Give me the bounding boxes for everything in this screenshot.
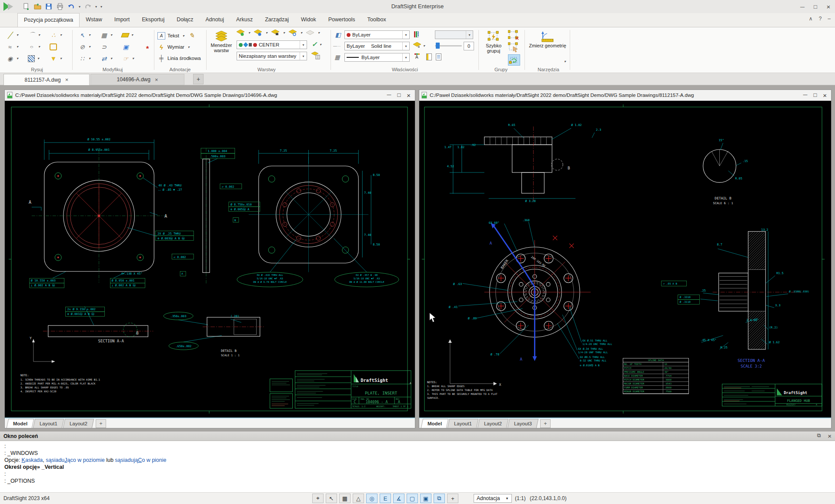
child-maximize-button[interactable] <box>813 92 817 99</box>
slider-knob[interactable] <box>436 43 440 49</box>
sheet-tab-layout1[interactable]: Layout1 <box>448 419 478 428</box>
circle-tool-dropdown[interactable] <box>15 56 20 60</box>
status-toggle-entity-track[interactable]: E <box>380 494 391 503</box>
command-window-header[interactable]: Okno poleceń <box>0 431 835 441</box>
sheet-tab-model[interactable]: Model <box>7 419 34 428</box>
child-close-button[interactable] <box>407 92 411 99</box>
erase-tool-icon[interactable] <box>121 33 130 37</box>
apply-check-icon[interactable] <box>311 40 318 48</box>
layer-freeze-icon[interactable] <box>254 30 262 36</box>
lineweight-layer-icon[interactable] <box>413 42 421 49</box>
tab-eksportuj[interactable]: Eksportuj <box>136 13 170 27</box>
tab-pozycja-poczatkowa[interactable]: Pozycja początkowa <box>17 13 80 27</box>
spline-tool-icon[interactable] <box>6 43 14 51</box>
ellipse-tool-dropdown[interactable] <box>37 45 41 49</box>
status-toggle-customize-toggles[interactable]: + <box>447 494 458 503</box>
status-toggle-entity-snaps[interactable]: ◎ <box>366 494 377 503</box>
tab-import[interactable]: Import <box>108 13 136 27</box>
linestyle-combo[interactable]: ByLayer Solid line <box>344 42 410 50</box>
lineweight-combo[interactable]: ByLayer <box>344 53 410 62</box>
active-layer-combo[interactable]: CENTER <box>237 40 307 49</box>
tab-toolbox[interactable]: Toolbox <box>361 13 392 27</box>
push-tool-dropdown[interactable] <box>131 56 135 60</box>
layer-unisolate-dropdown[interactable] <box>317 31 321 35</box>
measure-geometry-button[interactable]: Zmierz geometrię <box>529 31 566 48</box>
doc-tab-8112157[interactable]: 8112157-A.dwg <box>3 74 90 85</box>
apply-check-dropdown[interactable] <box>318 43 323 46</box>
trim-tool-dropdown[interactable] <box>87 45 92 49</box>
text-tool-label[interactable]: Tekst <box>167 33 179 38</box>
point-tool-icon[interactable] <box>50 31 57 39</box>
new-document-tab-button[interactable] <box>193 74 204 84</box>
sheet-tab-layout3[interactable]: Layout3 <box>508 419 538 428</box>
layer-states-manager-icon[interactable] <box>311 52 320 60</box>
edit-group-icon[interactable] <box>508 42 519 53</box>
transparency-slider[interactable] <box>435 42 462 50</box>
layer-isolate-dropdown[interactable] <box>299 31 304 35</box>
offset-tool-icon[interactable] <box>100 43 108 51</box>
arc-tool-icon[interactable] <box>28 31 36 39</box>
layer-isolate-icon[interactable] <box>289 30 297 36</box>
layer-freeze-dropdown[interactable] <box>264 31 269 35</box>
tab-widok[interactable]: Widok <box>295 13 322 27</box>
child-minimize-button[interactable] <box>387 92 391 99</box>
layer-on-icon[interactable] <box>237 30 244 36</box>
child-maximize-button[interactable] <box>397 92 401 99</box>
hatch-tool-dropdown[interactable] <box>36 56 40 60</box>
drawing-window-104696[interactable]: C:/Paweł Dziasek/solidworks materiały/Dr… <box>4 90 415 428</box>
doc-tab-104696[interactable]: 104696-A.dwg <box>90 74 184 85</box>
ribbon-collapse-icon[interactable] <box>809 16 813 22</box>
transparency-value[interactable]: 0 <box>464 42 474 50</box>
push-tool-icon[interactable] <box>122 55 130 63</box>
text-tool-dropdown[interactable] <box>181 34 186 38</box>
stretch-tool-icon[interactable] <box>100 55 108 63</box>
point-tool-dropdown[interactable] <box>59 33 63 37</box>
properties-painter-icon[interactable] <box>426 53 432 60</box>
linestyle-dropdown[interactable] <box>402 42 409 50</box>
doc-tab-close-icon[interactable] <box>155 76 158 83</box>
dimension-tool-label[interactable]: Wymiar <box>167 44 184 50</box>
centerline-tool-icon[interactable] <box>157 54 165 62</box>
command-history[interactable]: :: _WINDOWSOpcje: Kaskada, sąsiaduJąco w… <box>0 441 835 493</box>
hatch-tool-icon[interactable] <box>28 55 35 62</box>
line-tool-dropdown[interactable] <box>15 33 20 37</box>
command-close-icon[interactable] <box>828 432 832 440</box>
active-layer-dropdown[interactable] <box>300 41 307 49</box>
erase-tool-dropdown[interactable] <box>130 33 134 37</box>
layer-state-combo[interactable]: Niezapisany stan warstwy <box>237 52 307 60</box>
window-titlebar-8112157[interactable]: C:/Paweł Dziasek/solidworks materiały/Dr… <box>419 90 831 101</box>
dimension-tool-dropdown[interactable] <box>187 45 191 49</box>
status-toggle-selection-preview[interactable]: ▣ <box>420 494 431 503</box>
rectangle-tool-icon[interactable] <box>50 43 57 50</box>
tab-wstaw[interactable]: Wstaw <box>80 13 108 27</box>
status-toggle-grid-display[interactable]: ▦ <box>339 494 351 503</box>
smart-dimension-icon[interactable] <box>157 43 165 51</box>
child-close-button[interactable] <box>823 92 827 99</box>
layers-manager-button[interactable]: Menedżer warstw <box>209 31 234 53</box>
layer-unisolate-icon[interactable] <box>306 30 314 36</box>
command-float-icon[interactable] <box>817 432 821 440</box>
add-sheet-button[interactable] <box>540 419 551 428</box>
sheet-tab-layout2[interactable]: Layout2 <box>63 419 94 428</box>
line-tool-icon[interactable] <box>6 31 14 39</box>
print-style-combo[interactable] <box>435 30 473 39</box>
detail-b-view[interactable] <box>203 317 264 336</box>
minimize-button[interactable] <box>796 0 809 13</box>
doc-tab-close-icon[interactable] <box>65 76 69 83</box>
lineweight-dropdown[interactable] <box>402 53 409 61</box>
move-tool-icon[interactable] <box>78 31 86 39</box>
layer-on-dropdown[interactable] <box>247 31 251 35</box>
polygon-tool-icon[interactable] <box>50 55 57 63</box>
flange-front-view[interactable] <box>484 240 591 349</box>
section-a-a-view[interactable] <box>713 232 802 349</box>
status-toggle-pointer-snap[interactable]: ↖ <box>326 494 337 503</box>
drawing-canvas-104696[interactable]: DraftSight TITLE PLATE, INSERT SIZE C DW… <box>5 101 415 418</box>
line-color-dropdown[interactable] <box>402 31 409 39</box>
line-color-combo[interactable]: ByLayer <box>344 30 410 39</box>
linestyle-icon[interactable] <box>333 42 341 50</box>
split-tool-dropdown[interactable] <box>87 56 92 60</box>
move-tool-dropdown[interactable] <box>87 33 92 37</box>
layer-state-dropdown[interactable] <box>300 52 307 60</box>
status-toggle-entity-snap-settings[interactable]: ⌖ <box>312 494 324 503</box>
ellipse-tool-icon[interactable] <box>28 43 36 51</box>
